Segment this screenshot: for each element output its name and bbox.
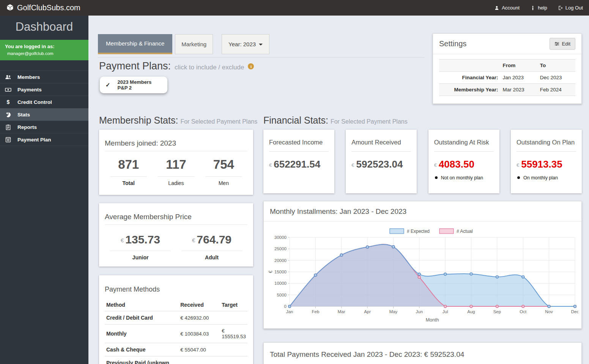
# Actual-point [444, 305, 447, 308]
info-icon [530, 5, 535, 11]
payment-methods-card: Payment Methods Method Received Target C… [99, 275, 253, 364]
stat-label: Ladies [157, 176, 194, 186]
members-joined-card: Members joined: 2023 871Total117Ladies75… [99, 130, 253, 195]
sidebar-item-credit-control[interactable]: $Credit Control [0, 96, 88, 108]
settings-row-to: Feb 2024 [538, 84, 575, 96]
fin-card-value: €652291.54 [269, 158, 329, 170]
pm-col-target: Target [220, 299, 247, 311]
svg-text:Aug: Aug [467, 309, 475, 314]
journal-icon [5, 136, 11, 143]
price-value: €135.73 [110, 233, 171, 246]
svg-text:Feb: Feb [312, 309, 319, 314]
svg-text:$: $ [7, 99, 10, 105]
payment-plans-hint: click to include / exclude [175, 64, 244, 71]
fin-card-note: On monthly plan [517, 175, 576, 180]
chevron-down-icon [259, 44, 263, 46]
sidebar-title: Dashboard [0, 16, 88, 40]
average-price-stat: €764.79Adult [176, 227, 247, 260]
membership-stats-title: Membership Stats: [99, 115, 178, 126]
total-payments-panel: Total Payments Received Jan 2023 - Dec 2… [263, 342, 582, 364]
financial-cards: Forecasted Income€652291.54Amount Receiv… [263, 130, 582, 193]
svg-text:5000: 5000 [277, 293, 287, 297]
chart-svg: # Expected# Actual0500010000150002000025… [268, 228, 578, 326]
svg-text:Jul: Jul [443, 309, 448, 314]
members-joined-stats: 871Total117Ladies754Men [105, 154, 247, 186]
svg-text:Mar: Mar [338, 309, 345, 314]
svg-text:15000: 15000 [274, 270, 287, 274]
stat-value: 754 [205, 157, 242, 172]
banknote-icon [5, 86, 11, 93]
total-payments-text: Total Payments Received Jan 2023 - Dec 2… [270, 350, 575, 364]
svg-text:Jun: Jun [416, 309, 423, 314]
fin-card-title: Outstanding On Plan [517, 139, 576, 146]
users-icon [5, 74, 11, 80]
year-filter-dropdown[interactable]: Year: 2023 [222, 34, 269, 54]
payment-method-row: Credit / Debit Card€ 426932.00 [105, 311, 247, 325]
year-filter-label: Year: 2023 [228, 41, 256, 47]
tab-membership-finance[interactable]: Membership & Finance [98, 34, 172, 54]
membership-stat: 871Total [105, 154, 152, 186]
sidebar-item-members[interactable]: Members [0, 71, 88, 83]
stat-value: 871 [110, 157, 147, 172]
fin-card-title: Amount Received [351, 139, 411, 146]
stat-label: Total [110, 176, 147, 186]
sidebar-item-reports[interactable]: Reports [0, 121, 88, 133]
brand-name: GolfClubSubs.com [17, 3, 80, 12]
# Expected-point [496, 276, 499, 278]
settings-row: Membership Year:Mar 2023Feb 2024 [439, 84, 575, 96]
chart-title: Monthly Installments: Jan 2023 - Dec 202… [264, 201, 581, 221]
fin-card-forecasted-income: Forecasted Income€652291.54 [263, 130, 334, 193]
# Expected-point [314, 274, 317, 276]
currency-symbol: € [434, 162, 437, 168]
sidebar-item-label: Payment Plan [13, 137, 51, 143]
brand-logo[interactable]: GolfClubSubs.com [6, 3, 80, 12]
svg-text:10000: 10000 [274, 281, 287, 286]
settings-table-body: Financial Year:Jan 2023Dec 2023Membershi… [439, 72, 575, 96]
pm-col-received: Received [179, 299, 220, 311]
svg-text:Nov: Nov [545, 309, 553, 314]
svg-text:Dec: Dec [571, 309, 578, 314]
payment-methods-table: Method Received Target Credit / Debit Ca… [105, 299, 247, 364]
svg-text:Jan: Jan [286, 309, 293, 314]
top-navbar: GolfClubSubs.com Account help Log Out [0, 0, 589, 16]
svg-text:Oct: Oct [520, 309, 527, 314]
sidebar: Dashboard You are logged in as: manager@… [0, 16, 88, 364]
legend-label: # Actual [457, 229, 473, 234]
currency-symbol: € [121, 237, 124, 243]
financial-stats-heading: Financial Stats:For Selected Payment Pla… [263, 115, 582, 126]
payment-method-row: Monthly€ 100384.03€ 155519.53 [105, 325, 247, 343]
edit-settings-button[interactable]: Edit [550, 38, 575, 50]
sidebar-item-label: Reports [13, 124, 37, 130]
logout-icon [558, 5, 563, 11]
fin-card-outstanding-at-risk: Outstanding At Risk€4083.50Not on monthl… [428, 130, 499, 193]
members-joined-title: Members joined: 2023 [105, 139, 247, 151]
logout-button[interactable]: Log Out [558, 5, 583, 11]
fin-card-note: Not on monthly plan [434, 175, 494, 180]
account-button[interactable]: Account [494, 5, 520, 11]
legend-swatch [390, 229, 404, 234]
# Actual-point [496, 305, 499, 308]
sidebar-item-payment-plan[interactable]: Payment Plan [0, 133, 88, 146]
logged-in-box: You are logged in as: manager@golfclub.c… [0, 40, 88, 60]
sidebar-item-payments[interactable]: Payments [0, 83, 88, 96]
membership-stats-heading: Membership Stats:For Selected Payment Pl… [99, 115, 253, 126]
payment-plan-toggle[interactable]: ✓ 2023 Members P&P 2 [100, 77, 167, 93]
settings-row-label: Financial Year: [439, 72, 501, 84]
tab-marketing[interactable]: Marketing [175, 34, 213, 54]
fin-card-title: Forecasted Income [269, 139, 329, 146]
pie-chart-icon [5, 111, 11, 118]
sidebar-item-stats[interactable]: Stats [0, 108, 88, 121]
settings-header: Settings Edit [433, 34, 581, 54]
pm-col-method: Method [105, 299, 179, 311]
currency-symbol: € [351, 162, 354, 168]
# Expected-point [340, 254, 343, 256]
info-circle-icon[interactable]: i [248, 63, 254, 69]
fin-card-value: €4083.50 [434, 158, 494, 170]
# Expected-point [444, 273, 447, 276]
sidebar-item-label: Credit Control [13, 99, 52, 105]
sliders-icon [554, 41, 559, 46]
help-button[interactable]: help [530, 5, 547, 11]
clipboard-icon [5, 124, 11, 130]
financial-stats-subtitle: For Selected Payment Plans [331, 118, 408, 125]
payment-method-row: Cash & Cheque€ 55047.00 [105, 343, 247, 356]
